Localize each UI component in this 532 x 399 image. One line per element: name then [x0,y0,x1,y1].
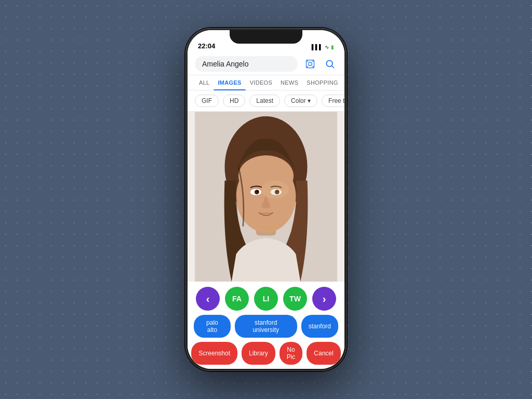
filter-bar: GIF HD Latest Color ▾ Free to use [188,90,344,112]
social-buttons-row: ‹ FA LI TW › [194,287,338,311]
filter-color[interactable]: Color ▾ [284,95,317,107]
tag-buttons-row: palo alto stanford university stanford [194,315,338,338]
twitter-button[interactable]: TW [283,287,307,311]
tab-all[interactable]: ALL [195,75,214,90]
cancel-button[interactable]: Cancel [307,342,340,365]
tab-news[interactable]: NEWS [276,75,302,90]
battery-icon: ▮ [331,44,334,50]
portrait-image [188,112,344,282]
filter-hd[interactable]: HD [223,95,245,107]
tab-videos[interactable]: VIDEOS [246,75,276,90]
screenshot-button[interactable]: Screenshot [191,342,237,365]
signal-icon: ▌▌▌ [312,44,323,50]
no-pic-button[interactable]: No Pic [280,342,303,365]
nav-tabs: ALL IMAGES VIDEOS NEWS SHOPPING [188,75,344,90]
svg-line-7 [332,66,334,68]
tag-stanford-university[interactable]: stanford university [235,315,297,338]
filter-gif[interactable]: GIF [195,95,219,107]
tag-palo-alto[interactable]: palo alto [194,315,231,338]
filter-latest[interactable]: Latest [249,95,280,107]
filter-free[interactable]: Free to use [322,95,344,107]
lens-icon-button[interactable] [303,57,317,71]
facebook-button[interactable]: FA [225,287,249,311]
nav-prev-button[interactable]: ‹ [196,287,220,311]
search-action-icons [303,57,337,71]
search-query-text: Amelia Angelo [202,60,290,68]
phone-screen: 22:04 ▌▌▌ ∿ ▮ Amelia Angelo [188,30,344,369]
search-input-area[interactable]: Amelia Angelo [195,56,298,72]
library-button[interactable]: Library [242,342,275,365]
svg-point-17 [257,190,259,192]
linkedin-button[interactable]: LI [254,287,278,311]
nav-next-button[interactable]: › [312,287,336,311]
action-buttons-row: Screenshot Library No Pic Cancel [194,342,338,365]
search-bar: Amelia Angelo [188,53,344,75]
phone-notch [230,30,302,44]
wifi-icon: ∿ [325,44,329,50]
tab-images[interactable]: IMAGES [214,75,245,90]
tab-shopping[interactable]: SHOPPING [302,75,342,90]
image-result-area[interactable] [188,112,344,282]
search-icon-button[interactable] [323,57,337,71]
status-icons: ▌▌▌ ∿ ▮ [312,44,334,50]
bottom-action-area: ‹ FA LI TW › palo alto [188,282,344,369]
svg-point-1 [309,62,312,66]
phone-frame: 22:04 ▌▌▌ ∿ ▮ Amelia Angelo [185,28,347,371]
tag-stanford[interactable]: stanford [301,315,338,338]
svg-point-19 [261,181,289,199]
svg-point-15 [255,190,259,194]
